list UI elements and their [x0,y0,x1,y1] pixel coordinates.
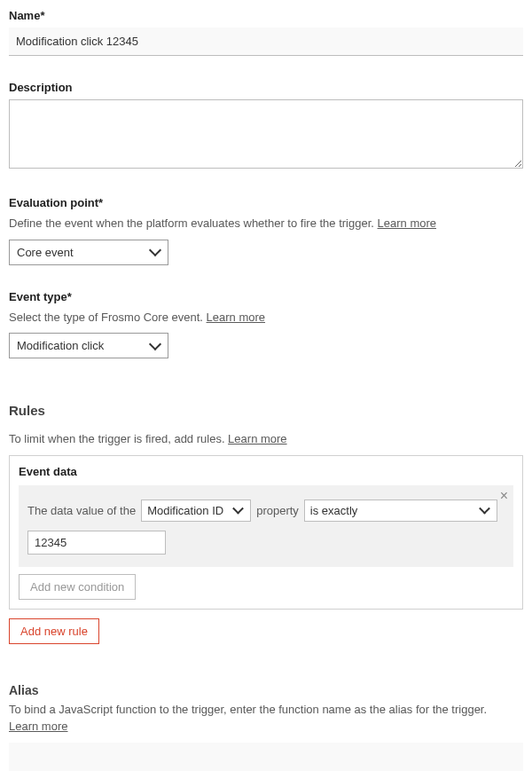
name-label: Name* [9,9,523,22]
rule-value-input[interactable] [27,531,166,555]
name-input[interactable] [9,28,523,56]
description-input[interactable] [9,99,523,169]
evaluation-point-learn-more[interactable]: Learn more [378,216,436,230]
event-type-select[interactable]: Modification click [9,333,168,358]
rule-text-prefix: The data value of the [27,504,136,517]
evaluation-point-hint: Define the event when the platform evalu… [9,215,523,232]
description-label: Description [9,81,523,94]
event-type-learn-more[interactable]: Learn more [207,311,265,324]
rules-hint: To limit when the trigger is fired, add … [9,430,523,448]
rules-learn-more[interactable]: Learn more [228,432,286,445]
alias-hint: To bind a JavaScript function to the tri… [9,701,523,736]
event-type-label: Event type* [9,290,523,303]
rules-box-header: Event data [10,456,522,485]
rule-body: × The data value of the Modification ID … [19,485,513,567]
rules-heading: Rules [9,403,523,418]
alias-input[interactable] [9,743,523,772]
alias-heading: Alias [9,683,523,697]
evaluation-point-select[interactable]: Core event [9,240,168,265]
alias-learn-more[interactable]: Learn more [9,720,67,733]
event-type-hint: Select the type of Frosmo Core event. Le… [9,309,523,326]
add-condition-button[interactable]: Add new condition [19,574,136,600]
close-icon[interactable]: × [500,489,508,503]
rule-text-mid: property [256,504,299,517]
rule-operator-select[interactable]: is exactly [304,500,497,522]
add-rule-button[interactable]: Add new rule [9,618,99,644]
rules-box: Event data × The data value of the Modif… [9,455,523,610]
rule-property-select[interactable]: Modification ID [141,500,251,522]
evaluation-point-label: Evaluation point* [9,196,523,209]
